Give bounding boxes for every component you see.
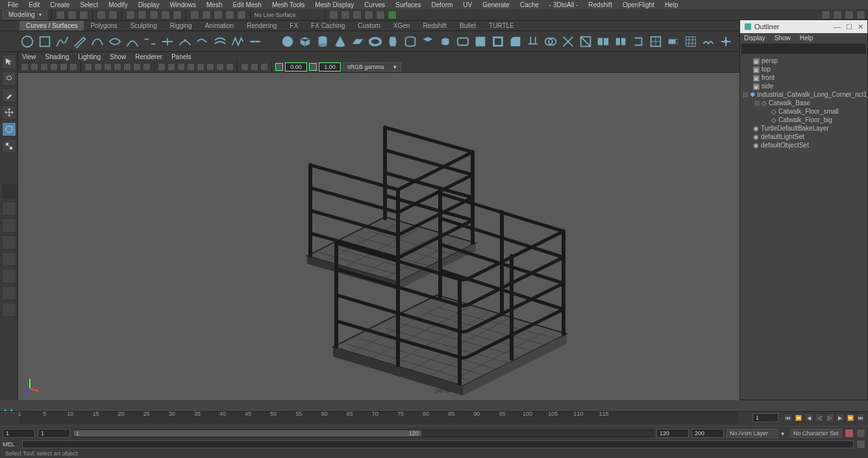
ep-curve-icon[interactable] bbox=[55, 34, 70, 49]
lasso-tool[interactable] bbox=[2, 71, 16, 86]
nurbs-circle-icon[interactable] bbox=[19, 34, 35, 49]
menu-edit[interactable]: Edit bbox=[23, 1, 45, 8]
untrim-icon[interactable] bbox=[578, 34, 593, 49]
menu-openflight[interactable]: OpenFlight bbox=[617, 1, 660, 8]
workspace-reset-icon[interactable] bbox=[856, 10, 865, 19]
vp-wireframe-icon[interactable] bbox=[158, 63, 166, 71]
vp-menu-lighting[interactable]: Lighting bbox=[78, 53, 101, 60]
tree-item-side[interactable]: ▣side bbox=[743, 82, 865, 90]
tree-item-catwalk-root[interactable]: ⊟✱Industrial_Catwalk_Long_Corner_ncl1_1 bbox=[743, 90, 865, 99]
attach-surf-icon[interactable] bbox=[595, 34, 611, 49]
vp-smooth-shade-icon[interactable] bbox=[167, 63, 175, 71]
vp-xray-icon[interactable] bbox=[251, 63, 258, 71]
go-to-end-button[interactable]: ⏭ bbox=[856, 413, 865, 422]
bevel-icon[interactable] bbox=[508, 34, 523, 49]
menu-mesh-display[interactable]: Mesh Display bbox=[310, 1, 359, 8]
playback-end-input[interactable] bbox=[656, 429, 689, 438]
vp-aa-icon[interactable] bbox=[226, 63, 234, 71]
cv-curve-icon[interactable] bbox=[107, 34, 123, 49]
vp-use-lights-icon[interactable] bbox=[187, 63, 195, 71]
paint-select-tool[interactable] bbox=[2, 88, 16, 103]
range-slider[interactable]: 1201 bbox=[73, 429, 654, 437]
menu-file[interactable]: File bbox=[3, 1, 23, 8]
command-input[interactable] bbox=[22, 440, 854, 448]
vp-ao-icon[interactable] bbox=[206, 63, 214, 71]
tree-item-catwalk-base[interactable]: ⊟◇Catwalk_Base bbox=[743, 99, 865, 107]
shelf-tab-xgen[interactable]: XGen bbox=[387, 21, 417, 31]
render-icon[interactable] bbox=[341, 10, 350, 19]
vp-menu-view[interactable]: View bbox=[22, 53, 36, 60]
shelf-tab-bullet[interactable]: Bullet bbox=[453, 21, 482, 31]
cmd-language-label[interactable]: MEL bbox=[3, 441, 19, 448]
vp-film-gate-icon[interactable] bbox=[94, 63, 102, 71]
maximize-icon[interactable]: ☐ bbox=[846, 23, 852, 31]
script-editor-icon[interactable] bbox=[856, 440, 865, 449]
step-back-button[interactable]: ◀ bbox=[804, 413, 813, 422]
vp-grid-icon[interactable] bbox=[84, 63, 92, 71]
workspace-save-icon[interactable] bbox=[845, 10, 854, 19]
vp-resolution-gate-icon[interactable] bbox=[104, 63, 112, 71]
outliner-menu-show[interactable]: Show bbox=[775, 34, 791, 42]
vp-camera-lock-icon[interactable] bbox=[31, 63, 38, 71]
tree-item-persp[interactable]: ▣persp bbox=[743, 57, 865, 65]
vp-2d-pan-icon[interactable] bbox=[60, 63, 68, 71]
vp-safe-action-icon[interactable] bbox=[133, 63, 141, 71]
pencil-curve-icon[interactable] bbox=[72, 34, 88, 49]
outliner-search-input[interactable] bbox=[741, 44, 866, 54]
detach-surf-icon[interactable] bbox=[613, 34, 628, 49]
two-side-layout[interactable] bbox=[2, 218, 16, 233]
account-icon[interactable] bbox=[821, 10, 830, 19]
anim-start-input[interactable] bbox=[3, 429, 35, 438]
menu-display[interactable]: Display bbox=[133, 1, 165, 8]
range-slider-handle[interactable]: 1201 bbox=[73, 430, 421, 437]
detach-curve-icon[interactable] bbox=[160, 34, 175, 49]
vp-safe-title-icon[interactable] bbox=[143, 63, 151, 71]
vp-gate-mask-icon[interactable] bbox=[114, 63, 121, 71]
vp-menu-panels[interactable]: Panels bbox=[171, 53, 192, 60]
menu-create[interactable]: Create bbox=[45, 1, 75, 8]
render-settings-icon[interactable] bbox=[364, 10, 373, 19]
tree-item-top[interactable]: ▣top bbox=[743, 65, 865, 73]
tree-item-floor-small[interactable]: ◇Catwalk_Floor_small bbox=[743, 107, 865, 116]
play-back-button[interactable]: ◁ bbox=[815, 413, 824, 422]
custom-layout[interactable] bbox=[2, 303, 16, 317]
redo-icon[interactable] bbox=[108, 10, 118, 19]
tree-item-front[interactable]: ▣front bbox=[743, 73, 865, 82]
snap-plane-icon[interactable] bbox=[225, 10, 234, 19]
rebuild-surf-icon[interactable] bbox=[683, 34, 699, 49]
current-frame-input[interactable] bbox=[752, 413, 778, 422]
menu-mesh-tools[interactable]: Mesh Tools bbox=[267, 1, 310, 8]
select-face-icon[interactable] bbox=[161, 10, 170, 19]
arc-curve-icon[interactable] bbox=[125, 34, 140, 49]
anim-layer-dropdown[interactable]: No Anim Layer bbox=[726, 429, 778, 438]
extrude-icon[interactable] bbox=[438, 34, 453, 49]
menu-mesh[interactable]: Mesh bbox=[201, 1, 227, 8]
nurbs-cube-icon[interactable] bbox=[297, 34, 313, 49]
menu-windows[interactable]: Windows bbox=[164, 1, 201, 8]
nurbs-plane-icon[interactable] bbox=[350, 34, 366, 49]
menu-3dtoall[interactable]: - 3DtoAll - bbox=[544, 1, 583, 8]
tree-item-floor-big[interactable]: ◇Catwalk_Floor_big bbox=[743, 116, 865, 124]
boundary-icon[interactable] bbox=[473, 34, 488, 49]
outliner-titlebar[interactable]: Outliner — ☐ ✕ bbox=[740, 20, 867, 33]
vp-camera-bookmark-icon[interactable] bbox=[40, 63, 48, 71]
shelf-tab-animation[interactable]: Animation bbox=[199, 21, 240, 31]
rotate-tool[interactable] bbox=[2, 122, 16, 136]
menu-select[interactable]: Select bbox=[75, 1, 103, 8]
outliner-menu-help[interactable]: Help bbox=[800, 34, 813, 42]
offset-curve-icon[interactable] bbox=[212, 34, 228, 49]
four-view-layout[interactable] bbox=[2, 201, 16, 216]
vp-camera-select-icon[interactable] bbox=[21, 63, 29, 71]
vp-gamma-icon[interactable] bbox=[309, 63, 317, 71]
tree-item-object-set[interactable]: ◉defaultObjectSet bbox=[743, 141, 865, 149]
persp-outliner-layout[interactable] bbox=[2, 235, 16, 249]
open-scene-icon[interactable] bbox=[68, 10, 77, 19]
surf-editing-icon[interactable] bbox=[718, 34, 734, 49]
menu-surfaces[interactable]: Surfaces bbox=[390, 1, 426, 8]
outliner-menu-display[interactable]: Display bbox=[744, 34, 765, 42]
select-mode-icon[interactable] bbox=[126, 10, 135, 19]
vp-image-plane-icon[interactable] bbox=[50, 63, 58, 71]
gamma-input[interactable] bbox=[319, 62, 341, 71]
character-set-dropdown[interactable]: No Character Set bbox=[790, 429, 842, 438]
nurbs-torus-icon[interactable] bbox=[367, 34, 383, 49]
